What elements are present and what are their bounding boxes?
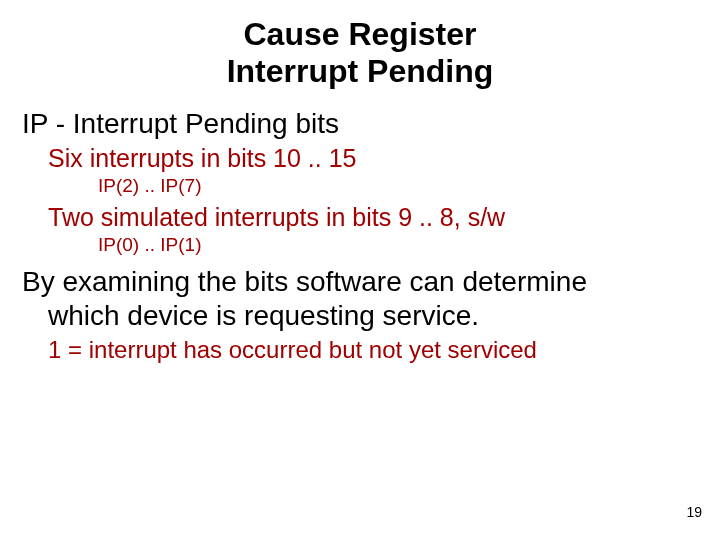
title-line-2: Interrupt Pending bbox=[0, 53, 720, 90]
page-number: 19 bbox=[686, 504, 702, 520]
note-interrupt-occurred: 1 = interrupt has occurred but not yet s… bbox=[48, 336, 698, 364]
slide-title: Cause Register Interrupt Pending bbox=[0, 0, 720, 102]
subbullet-ip2-ip7: IP(2) .. IP(7) bbox=[98, 175, 698, 197]
slide: Cause Register Interrupt Pending IP - In… bbox=[0, 0, 720, 540]
heading-ip: IP - Interrupt Pending bits bbox=[22, 108, 698, 140]
subbullet-ip0-ip1: IP(0) .. IP(1) bbox=[98, 234, 698, 256]
bullet-six-interrupts: Six interrupts in bits 10 .. 15 bbox=[48, 144, 698, 173]
bullet-two-simulated: Two simulated interrupts in bits 9 .. 8,… bbox=[48, 203, 698, 232]
paragraph-examining-line2: which device is requesting service. bbox=[48, 300, 698, 332]
slide-content: IP - Interrupt Pending bits Six interrup… bbox=[0, 108, 720, 364]
paragraph-examining-line1: By examining the bits software can deter… bbox=[22, 266, 698, 298]
title-line-1: Cause Register bbox=[0, 16, 720, 53]
